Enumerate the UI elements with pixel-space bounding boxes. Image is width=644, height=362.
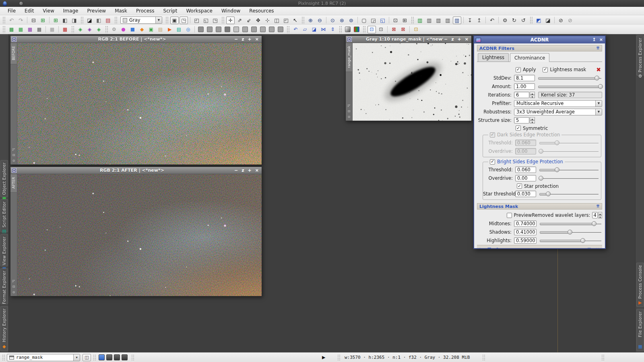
- workspace-01-button[interactable]: [198, 27, 204, 32]
- close-button[interactable]: ×: [255, 37, 259, 42]
- preview-remove-icon[interactable]: ▥: [444, 16, 452, 24]
- cascade-windows-icon[interactable]: ◳: [180, 16, 188, 24]
- zoom-window-button[interactable]: +: [248, 168, 252, 173]
- preview-add-icon[interactable]: ▥: [434, 16, 443, 24]
- workspace-03-button[interactable]: [216, 27, 221, 32]
- zoom-fill-view-icon[interactable]: ⊚: [347, 16, 355, 24]
- panel-select-icon[interactable]: ◰: [282, 16, 290, 24]
- drag-handle[interactable]: [601, 354, 604, 361]
- menu-item[interactable]: Window: [217, 7, 245, 15]
- zoom-in-icon[interactable]: ⊕: [306, 16, 315, 24]
- drag-handle[interactable]: [221, 16, 224, 24]
- monitor-color-icon[interactable]: ⊡: [367, 26, 376, 33]
- drag-handle[interactable]: [363, 26, 365, 33]
- fit-view-icon[interactable]: ◸: [12, 279, 15, 283]
- shadows-input[interactable]: 0.41000: [514, 229, 537, 235]
- screen-panel-icon[interactable]: ◫: [272, 16, 281, 24]
- workspace-09-button[interactable]: [269, 27, 275, 32]
- preferences-gear-icon[interactable]: ⚙: [110, 26, 118, 33]
- edit-preview-mode-icon[interactable]: ◲: [369, 16, 378, 24]
- process-gray-icon[interactable]: ▦: [48, 26, 56, 33]
- section-acdnr-filters[interactable]: ACDNR Filters ⇈: [477, 45, 602, 51]
- workspace-08-button[interactable]: [260, 27, 266, 32]
- workspace-07-button[interactable]: [251, 27, 257, 32]
- mask-hide-icon[interactable]: ⊘: [566, 16, 574, 24]
- sidebar-item-script-editor[interactable]: Script Editor ▤: [0, 199, 8, 232]
- stf-split-icon[interactable]: ◧: [95, 16, 103, 24]
- amount-slider[interactable]: [538, 84, 601, 90]
- window-after-titlebar[interactable]: RGB 2:1 AFTER | <*new*> −z+×: [10, 167, 262, 174]
- split-horizontal-icon[interactable]: ◧: [61, 16, 69, 24]
- data-cylinder-icon[interactable]: ▤: [156, 26, 165, 33]
- drag-handle[interactable]: [337, 354, 340, 361]
- reset-icon[interactable]: ×: [596, 247, 599, 249]
- view-selector-icon[interactable]: [347, 37, 352, 42]
- drag-handle[interactable]: [165, 16, 168, 24]
- tab-chrominance[interactable]: Chrominance: [510, 53, 549, 62]
- flip-vertical-icon[interactable]: ⇕: [328, 26, 337, 33]
- preview-reset-icon[interactable]: ↺: [519, 16, 528, 24]
- zoom-window-button[interactable]: +: [458, 37, 461, 42]
- pin-button[interactable]: ↥: [592, 37, 596, 42]
- preview-undo-icon[interactable]: ↶: [488, 16, 496, 24]
- flip-icon[interactable]: ◪: [310, 26, 318, 33]
- drag-handle[interactable]: [339, 26, 342, 33]
- zoom-window-button[interactable]: +: [248, 37, 252, 42]
- process-table-icon[interactable]: ▦: [35, 26, 43, 33]
- tile-windows-icon[interactable]: ▣: [170, 16, 179, 24]
- run-icon[interactable]: ▶: [322, 355, 325, 360]
- view-selector-combo[interactable]: range_mask ▼: [7, 354, 80, 361]
- target-icon[interactable]: ◎: [184, 26, 192, 33]
- window-shade-icon[interactable]: ◳: [211, 16, 219, 24]
- preview-refresh-icon[interactable]: ↻: [510, 16, 518, 24]
- window-range-mask-titlebar[interactable]: Gray 1:10 range_mask | <*new*> −z+×: [346, 36, 471, 43]
- star-protection-checkbox[interactable]: ✓: [517, 183, 522, 189]
- view-selector-icon[interactable]: [12, 168, 17, 173]
- shadows-slider[interactable]: [540, 229, 601, 235]
- view-explorer-icon[interactable]: ■: [128, 26, 137, 33]
- apply-icon[interactable]: ■: [487, 247, 491, 249]
- menu-item[interactable]: Edit: [20, 7, 38, 15]
- drag-handle[interactable]: [131, 354, 134, 361]
- removed-wavelet-layers-spinner[interactable]: ▲▼: [598, 212, 602, 218]
- bright-threshold-input[interactable]: 0.060: [515, 167, 536, 173]
- removed-wavelet-layers-input[interactable]: 4: [592, 212, 598, 218]
- rename-view-icon[interactable]: ⊟: [29, 16, 38, 24]
- preview-select-icon[interactable]: ◱: [378, 16, 387, 24]
- center-view-icon[interactable]: ⊹: [263, 16, 272, 24]
- bright-overdrive-input[interactable]: 0.00: [515, 175, 536, 181]
- sidebar-item-file-explorer[interactable]: File Explorer ▦: [636, 309, 644, 351]
- process-new-icon[interactable]: ▦: [17, 26, 25, 33]
- section-lightness-mask[interactable]: Lightness Mask ⇈: [477, 203, 602, 210]
- history-explorer-icon[interactable]: ◆: [138, 26, 146, 33]
- duplicate-window-icon[interactable]: ⊞: [52, 16, 60, 24]
- sidebar-item-object-explorer[interactable]: Object Explorer ■: [0, 160, 8, 197]
- zoom-fit-view-icon[interactable]: ⊛: [338, 16, 346, 24]
- mirror-icon[interactable]: ⋈: [319, 26, 328, 33]
- shade-button[interactable]: z: [242, 168, 244, 173]
- drag-handle[interactable]: [71, 26, 74, 33]
- iterations-input[interactable]: 6: [514, 92, 529, 98]
- collapse-icon[interactable]: ⇈: [597, 46, 600, 50]
- object-save-icon[interactable]: ◈: [85, 26, 94, 33]
- preview-edit-icon[interactable]: ▥: [425, 16, 433, 24]
- sidebar-item-history-explorer[interactable]: History Explorer ◆: [0, 306, 8, 351]
- zoom-box-icon[interactable]: ⊡: [12, 285, 15, 288]
- stddev-input[interactable]: 8.1: [514, 75, 535, 81]
- star-threshold-slider[interactable]: [539, 191, 599, 197]
- preview-settings-icon[interactable]: ⚙: [501, 16, 509, 24]
- highlights-input[interactable]: 0.59000: [514, 237, 537, 244]
- zoom-to-fit-mode-icon[interactable]: ⇗: [235, 16, 244, 24]
- mask-enable-icon[interactable]: ◩: [535, 16, 543, 24]
- display-mode-2-button[interactable]: [106, 354, 112, 360]
- preview-tab-after[interactable]: AFTER: [10, 174, 17, 193]
- crop-mode-icon[interactable]: ⊡: [391, 16, 400, 24]
- fit-view-icon[interactable]: ◸: [348, 104, 350, 107]
- iterations-spinner[interactable]: ▲▼: [530, 92, 535, 98]
- minimize-button[interactable]: −: [234, 37, 238, 42]
- range-mask-image[interactable]: [353, 43, 471, 121]
- close-button[interactable]: ×: [465, 37, 469, 42]
- prefilter-combo[interactable]: Multiscale Recursive ▼: [514, 100, 602, 107]
- menu-item[interactable]: Workspace: [182, 7, 217, 15]
- resize-mode-icon[interactable]: ⊞: [400, 16, 409, 24]
